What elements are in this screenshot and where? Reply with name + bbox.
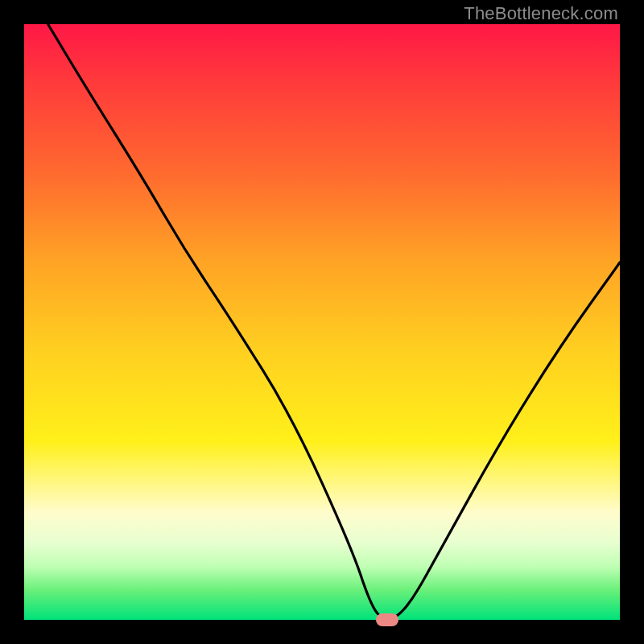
chart-plot-area xyxy=(24,24,620,620)
watermark-text: TheBottleneck.com xyxy=(464,3,618,24)
optimal-marker xyxy=(376,613,398,626)
bottleneck-curve xyxy=(24,24,620,620)
curve-path xyxy=(48,24,620,620)
